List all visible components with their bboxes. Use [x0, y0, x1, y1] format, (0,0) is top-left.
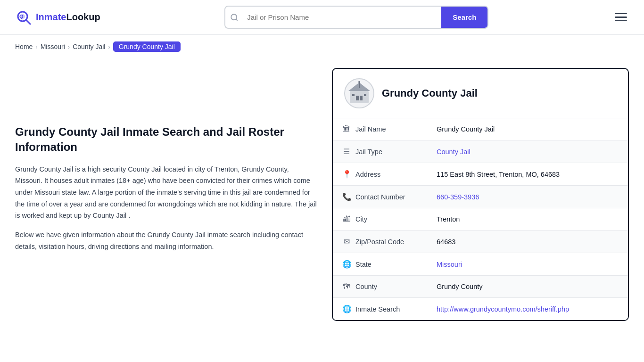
- card-header: Grundy County Jail: [333, 69, 628, 118]
- table-row: ☰Jail TypeCounty Jail: [333, 140, 628, 163]
- info-table: 🏛Jail NameGrundy County Jail☰Jail TypeCo…: [333, 118, 628, 320]
- row-icon: 🌐: [342, 260, 351, 269]
- row-label: State: [355, 261, 372, 268]
- table-row: 📞Contact Number660-359-3936: [333, 186, 628, 208]
- row-label: City: [355, 215, 367, 223]
- table-row: 🗺CountyGrundy County: [333, 276, 628, 298]
- label-cell: ✉Zip/Postal Code: [333, 230, 427, 253]
- value-cell[interactable]: Missouri: [427, 253, 628, 276]
- jail-info-card: Grundy County Jail 🏛Jail NameGrundy Coun…: [332, 68, 629, 321]
- label-cell: 📍Address: [333, 163, 427, 186]
- breadcrumb-current: Grundy County Jail: [113, 41, 181, 52]
- table-row: 🏛Jail NameGrundy County Jail: [333, 118, 628, 140]
- row-link[interactable]: County Jail: [437, 148, 471, 156]
- label-cell: 🏙City: [333, 208, 427, 230]
- svg-rect-8: [356, 96, 359, 100]
- table-row: 🌐StateMissouri: [333, 253, 628, 276]
- logo-icon: Q: [15, 9, 32, 26]
- breadcrumb-sep-3: ›: [108, 43, 110, 50]
- svg-point-13: [358, 81, 360, 83]
- table-row: 🏙CityTrenton: [333, 208, 628, 230]
- row-label: Inmate Search: [355, 305, 400, 313]
- row-icon: 🏛: [342, 125, 351, 133]
- row-icon: ✉: [342, 237, 351, 246]
- header: Q InmateLookup Search: [0, 0, 644, 35]
- main-layout: Grundy County Jail Inmate Search and Jai…: [0, 68, 644, 321]
- label-cell: 🗺County: [333, 276, 427, 298]
- table-row: 🌐Inmate Searchhttp://www.grundycountymo.…: [333, 298, 628, 321]
- breadcrumb: Home › Missouri › County Jail › Grundy C…: [0, 35, 644, 58]
- value-cell: Trenton: [427, 208, 628, 230]
- value-cell[interactable]: 660-359-3936: [427, 186, 628, 208]
- row-link[interactable]: http://www.grundycountymo.com/sheriff.ph…: [437, 305, 569, 313]
- breadcrumb-type[interactable]: County Jail: [73, 43, 105, 50]
- row-icon: 📍: [342, 170, 351, 179]
- value-cell[interactable]: County Jail: [427, 140, 628, 163]
- label-cell: 🌐Inmate Search: [333, 298, 427, 321]
- search-button[interactable]: Search: [441, 7, 487, 28]
- value-cell: Grundy County Jail: [427, 118, 628, 140]
- search-icon: [225, 13, 243, 22]
- label-cell: 🏛Jail Name: [333, 118, 427, 140]
- left-content: Grundy County Jail Inmate Search and Jai…: [15, 68, 317, 321]
- row-label: Jail Type: [355, 148, 382, 156]
- row-icon: 🗺: [342, 282, 351, 291]
- row-icon: 📞: [342, 192, 351, 201]
- svg-rect-9: [360, 96, 363, 100]
- page-heading: Grundy County Jail Inmate Search and Jai…: [15, 124, 317, 155]
- row-link[interactable]: 660-359-3936: [437, 193, 479, 201]
- value-cell[interactable]: http://www.grundycountymo.com/sheriff.ph…: [427, 298, 628, 321]
- table-row: ✉Zip/Postal Code64683: [333, 230, 628, 253]
- row-label: Contact Number: [355, 193, 405, 201]
- logo-text: InmateLookup: [36, 12, 100, 23]
- svg-text:Q: Q: [19, 14, 24, 19]
- breadcrumb-state[interactable]: Missouri: [41, 43, 65, 50]
- row-icon: 🌐: [342, 304, 351, 313]
- row-icon: ☰: [342, 147, 351, 156]
- search-bar: Search: [224, 6, 488, 29]
- breadcrumb-home[interactable]: Home: [15, 43, 33, 50]
- jail-card-title: Grundy County Jail: [382, 87, 478, 99]
- row-label: County: [355, 283, 377, 290]
- breadcrumb-sep-2: ›: [68, 43, 70, 50]
- label-cell: ☰Jail Type: [333, 140, 427, 163]
- svg-point-4: [231, 14, 237, 20]
- search-input[interactable]: [243, 8, 441, 27]
- page-desc-1: Grundy County Jail is a high security Co…: [15, 164, 317, 222]
- row-label: Zip/Postal Code: [355, 238, 404, 246]
- svg-rect-6: [350, 91, 369, 103]
- value-cell: Grundy County: [427, 276, 628, 298]
- svg-line-5: [236, 19, 238, 20]
- row-label: Jail Name: [355, 125, 386, 133]
- value-cell: 115 East 8th Street, Trenton, MO, 64683: [427, 163, 628, 186]
- table-row: 📍Address115 East 8th Street, Trenton, MO…: [333, 163, 628, 186]
- row-icon: 🏙: [342, 215, 351, 223]
- svg-rect-11: [364, 94, 366, 96]
- page-desc-2: Below we have given information about th…: [15, 229, 317, 252]
- jail-avatar: [344, 78, 374, 108]
- value-cell: 64683: [427, 230, 628, 253]
- logo[interactable]: Q InmateLookup: [15, 9, 100, 26]
- svg-rect-10: [352, 94, 355, 96]
- label-cell: 🌐State: [333, 253, 427, 276]
- row-link[interactable]: Missouri: [437, 261, 462, 268]
- hamburger-menu[interactable]: [613, 11, 629, 24]
- svg-line-1: [26, 20, 30, 24]
- label-cell: 📞Contact Number: [333, 186, 427, 208]
- jail-building-icon: [347, 81, 372, 106]
- row-label: Address: [355, 171, 380, 178]
- breadcrumb-sep-1: ›: [35, 43, 37, 50]
